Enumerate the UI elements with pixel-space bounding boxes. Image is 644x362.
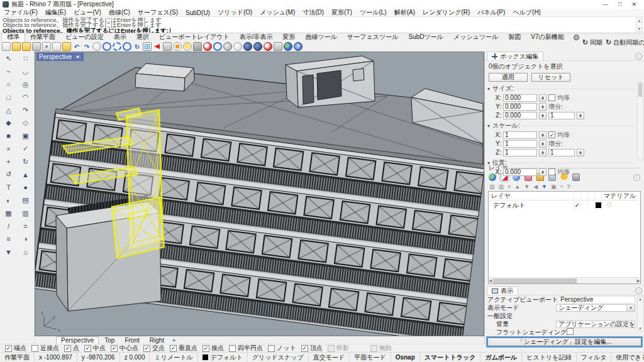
- pan-view-icon[interactable]: [92, 42, 101, 51]
- current-layer-check[interactable]: ✓: [574, 200, 580, 210]
- menu-render[interactable]: レンダリング(R): [419, 8, 474, 17]
- circle-icon[interactable]: ○: [0, 78, 17, 91]
- panel-options-icon[interactable]: ◦: [635, 53, 642, 60]
- array-icon[interactable]: ▦: [0, 207, 17, 220]
- lamp-icon[interactable]: [183, 42, 192, 51]
- scale-section-header[interactable]: スケール:: [487, 121, 644, 130]
- size-x-input[interactable]: 0.000: [503, 94, 537, 102]
- osnap-perpendicular[interactable]: 垂直点: [170, 344, 197, 353]
- shaded-red-sphere-icon[interactable]: [203, 42, 212, 51]
- menu-analyze[interactable]: 解析(A): [391, 8, 419, 17]
- layer-help-icon[interactable]: ?: [567, 184, 570, 190]
- osnap-end[interactable]: 端点: [5, 344, 26, 353]
- zoom-extents-icon[interactable]: [123, 42, 131, 51]
- tab-transform[interactable]: 変形: [278, 33, 301, 41]
- grid-snap-toggle[interactable]: グリッドスナップ: [248, 353, 309, 362]
- scale-x-spinner[interactable]: [539, 131, 547, 139]
- edit-shading-settings-button[interactable]: 「シェーディング」設定を編集...: [487, 337, 641, 346]
- chevron-down-icon[interactable]: ▼: [74, 55, 81, 59]
- save-file-icon[interactable]: [22, 42, 31, 51]
- rotate-view-icon[interactable]: ↻: [133, 42, 142, 51]
- viewport-title-menu[interactable]: Perspective▼: [36, 53, 84, 61]
- circle-deformable-icon[interactable]: ◎: [17, 78, 34, 91]
- tab-v7-features[interactable]: V7の新機能: [526, 33, 569, 41]
- tab-surface-tools[interactable]: サーフェスツール: [342, 33, 403, 41]
- move-icon[interactable]: +: [0, 155, 17, 168]
- scale-x-input[interactable]: 1: [503, 131, 537, 139]
- scale-increment-input[interactable]: 1: [548, 149, 575, 156]
- solid-sphere-icon[interactable]: ◇: [17, 117, 34, 130]
- collapse-icon[interactable]: ◀: [533, 184, 538, 190]
- dropdown-arrow-icon[interactable]: [626, 305, 635, 311]
- size-uniform-checkbox[interactable]: [548, 94, 555, 101]
- layer-lock-toggle[interactable]: [587, 200, 594, 210]
- select-points-icon[interactable]: ∷: [17, 52, 34, 65]
- menu-tools[interactable]: ツール(L): [356, 8, 391, 17]
- print-icon[interactable]: [32, 42, 41, 51]
- tab-visibility[interactable]: 表示/非表示: [235, 33, 278, 41]
- undo-icon[interactable]: ↶: [72, 42, 81, 51]
- material-editor-icon[interactable]: [264, 42, 272, 51]
- check-select-icon[interactable]: ✓: [17, 143, 34, 156]
- select-arrow-icon[interactable]: ↖: [0, 52, 17, 65]
- join-icon[interactable]: =: [17, 220, 34, 233]
- command-area[interactable]: Objects to reference。操作を完了するにはEnterを押します…: [0, 17, 644, 33]
- menu-view[interactable]: ビュー(V): [70, 8, 105, 17]
- osnap-toggle[interactable]: Osnap: [391, 353, 420, 362]
- osnap-disable[interactable]: 無効: [370, 344, 392, 353]
- layer-material[interactable]: [601, 202, 640, 209]
- layer-row-default[interactable]: デフォルト ✓: [489, 200, 640, 210]
- filter-icon[interactable]: ▼: [541, 184, 547, 190]
- group-icon[interactable]: ◐: [0, 194, 17, 207]
- osnap-tangent[interactable]: 接点: [203, 344, 224, 353]
- cut-icon[interactable]: ×: [42, 42, 51, 51]
- layer-tools-menu-icon[interactable]: +: [560, 184, 564, 190]
- copy-icon[interactable]: [52, 42, 61, 51]
- menu-mesh[interactable]: メッシュ(M): [256, 8, 299, 17]
- ghosted-display-icon[interactable]: [233, 42, 242, 51]
- maximize-button[interactable]: □: [618, 0, 621, 9]
- zoom-dynamic-icon[interactable]: [103, 42, 111, 51]
- record-history-toggle[interactable]: ヒストリを記録: [522, 353, 576, 362]
- scale-z-spinner[interactable]: [539, 149, 547, 156]
- paste-icon[interactable]: [62, 42, 71, 51]
- arc-icon[interactable]: ◠: [17, 91, 34, 104]
- menu-transform[interactable]: 変形(T): [328, 8, 356, 17]
- tab-viewport-layout[interactable]: ビューポートレイアウト: [154, 33, 235, 41]
- command-scrollbar[interactable]: ▲▼: [636, 18, 643, 32]
- menu-dimension[interactable]: 寸法(D): [299, 8, 328, 17]
- ellipse-icon[interactable]: △: [0, 104, 17, 117]
- tab-view-settings[interactable]: ビューの設定: [60, 33, 109, 41]
- size-y-input[interactable]: 0.000: [503, 103, 537, 111]
- osnap-point[interactable]: 点: [64, 344, 79, 353]
- size-z-spinner[interactable]: [539, 112, 547, 119]
- layer-color-swatch[interactable]: [594, 200, 601, 210]
- open-file-icon[interactable]: [12, 42, 21, 51]
- viewport-tab-right[interactable]: Right: [145, 337, 169, 344]
- rendered-display-icon[interactable]: [243, 42, 252, 51]
- osnap-quadrant[interactable]: 四半円点: [229, 344, 263, 353]
- osnap-center[interactable]: 中心点: [111, 344, 138, 353]
- web-browser-icon[interactable]: [284, 42, 292, 51]
- rotate-icon[interactable]: ↻: [17, 155, 34, 168]
- layer-name[interactable]: デフォルト: [489, 201, 574, 210]
- filter-button[interactable]: フィルタ: [577, 353, 612, 362]
- current-layer-indicator[interactable]: デフォルト: [198, 353, 248, 362]
- undo-tool-icon[interactable]: ↺: [0, 168, 17, 182]
- size-increment-input[interactable]: 1: [548, 112, 575, 119]
- scale-icon[interactable]: ▲: [17, 168, 34, 182]
- apply-button[interactable]: 適用: [489, 73, 528, 82]
- menu-help[interactable]: ヘルプ(H): [509, 8, 545, 17]
- units-readout[interactable]: ミリメートル: [150, 353, 197, 362]
- explode-icon[interactable]: ×: [0, 143, 17, 156]
- osnap-project[interactable]: 投影: [328, 344, 349, 353]
- text-object-icon[interactable]: T: [0, 181, 17, 194]
- tab-subd-tools[interactable]: SubDツール: [403, 33, 448, 41]
- position-x-spinner[interactable]: [539, 168, 547, 176]
- raytraced-display-icon[interactable]: [253, 42, 262, 51]
- close-button[interactable]: ✕: [631, 0, 636, 9]
- move-layer-up-icon[interactable]: ▲: [514, 184, 520, 190]
- command-prompt[interactable]: Objects to reference。操作を完了するにはEnterを押します…: [3, 28, 641, 33]
- menu-subd[interactable]: SubD(U): [182, 9, 214, 16]
- position-section-header[interactable]: 位置:: [487, 158, 644, 167]
